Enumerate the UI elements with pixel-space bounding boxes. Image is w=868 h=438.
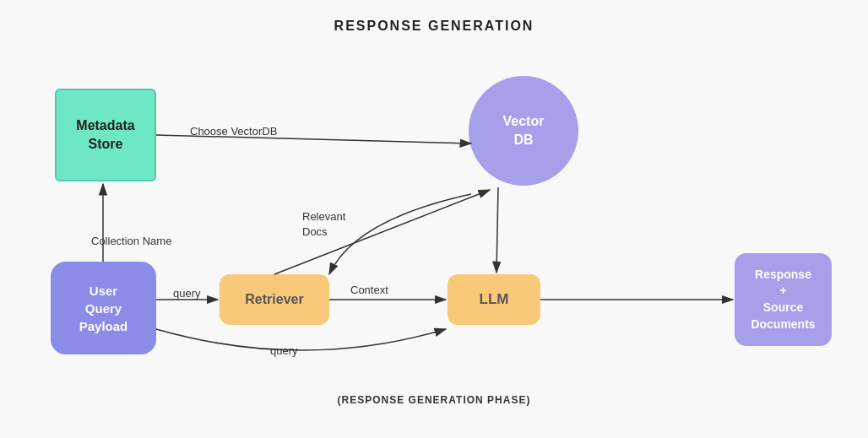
label-context: Context <box>350 284 388 296</box>
diagram-container: RESPONSE GENERATION Metadata Store Vecto… <box>0 0 868 438</box>
retriever-node: Retriever <box>220 274 329 325</box>
label-query-llm: query <box>270 344 298 357</box>
arrows-svg <box>0 0 868 438</box>
label-choose-vectordb: Choose VectorDB <box>190 125 277 138</box>
vector-db-node: Vector DB <box>469 76 578 186</box>
llm-node: LLM <box>448 274 540 325</box>
metadata-store-node: Metadata Store <box>55 89 156 181</box>
label-relevant-docs: Relevant Docs <box>302 209 345 240</box>
response-docs-node: Response + Source Documents <box>735 253 832 346</box>
label-query-retriever: query <box>173 287 201 300</box>
user-query-node: User Query Payload <box>51 262 156 354</box>
page-title: RESPONSE GENERATION <box>334 19 534 34</box>
svg-line-5 <box>496 187 498 273</box>
label-collection-name: Collection Name <box>91 235 171 247</box>
phase-label: (RESPONSE GENERATION PHASE) <box>338 394 531 406</box>
